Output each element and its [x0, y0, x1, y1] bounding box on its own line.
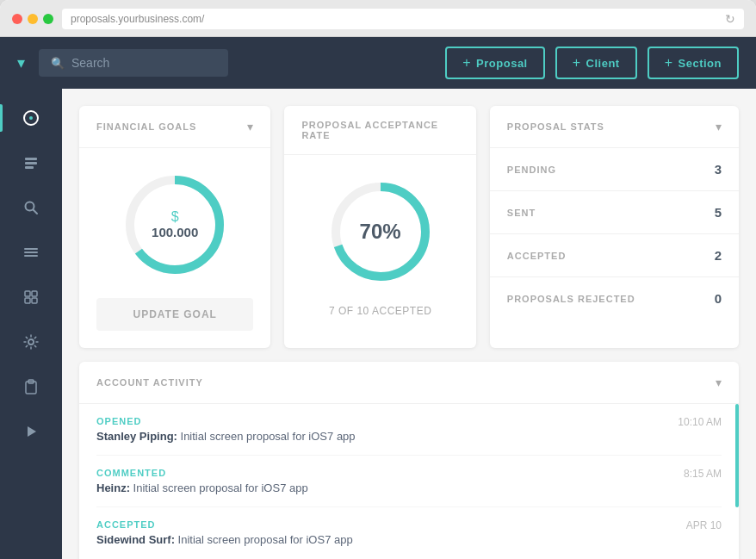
svg-point-1: [29, 116, 33, 120]
top-nav: ▾ 🔍 Search + Proposal + Client + Section: [0, 37, 756, 89]
svg-line-6: [34, 210, 38, 214]
svg-rect-3: [25, 162, 37, 165]
activity-desc-accepted: Initial screen proposal for iOS7 app: [175, 533, 353, 546]
dollar-icon: $: [152, 209, 198, 225]
account-activity-header: ACCOUNT ACTIVITY ▾: [79, 362, 739, 404]
sidebar: [0, 89, 62, 559]
activity-author-accepted: Sidewind Surf:: [96, 533, 175, 546]
activity-text-opened: Stanley Piping: Initial screen proposal …: [96, 430, 722, 443]
svg-rect-2: [25, 158, 37, 160]
play-icon: [22, 423, 40, 440]
proposal-stats-header: PROPOSAL STATS ▾: [490, 106, 739, 148]
reload-icon[interactable]: ↻: [725, 12, 735, 26]
list-icon: [22, 244, 40, 261]
financial-goals-title: FINANCIAL GOALS: [96, 121, 196, 132]
plus-icon: +: [573, 55, 581, 71]
stat-value-accepted: 2: [715, 248, 722, 263]
update-goal-button[interactable]: UPDATE GOAL: [96, 298, 253, 331]
stat-value-rejected: 0: [715, 291, 722, 306]
svg-rect-13: [32, 298, 37, 303]
sidebar-item-clipboard[interactable]: [0, 366, 62, 407]
sidebar-item-dashboard[interactable]: [0, 97, 62, 139]
nav-buttons: + Proposal + Client + Section: [445, 47, 739, 79]
proposal-acceptance-body: 70% 7 OF 10 ACCEPTED: [284, 155, 475, 334]
activity-time-commented: 8:15 AM: [684, 468, 722, 480]
maximize-dot[interactable]: [43, 14, 53, 24]
activity-list: OPENED Stanley Piping: Initial screen pr…: [79, 404, 739, 559]
proposal-btn-label: Proposal: [476, 57, 528, 70]
proposal-acceptance-card: PROPOSAL ACCEPTANCE RATE 70%: [284, 106, 475, 348]
financial-goals-header: FINANCIAL GOALS ▾: [79, 106, 270, 148]
activity-text-commented: Heinz: Initial screen proposal for iOS7 …: [96, 481, 722, 494]
stat-value-sent: 5: [715, 205, 722, 220]
account-activity-card: ACCOUNT ACTIVITY ▾ OPENED Stanley Piping…: [79, 362, 739, 559]
acceptance-donut-center: 70%: [360, 220, 401, 244]
activity-bar: [735, 404, 739, 507]
stat-label-accepted: ACCEPTED: [507, 251, 567, 261]
sidebar-item-search[interactable]: [0, 187, 62, 228]
svg-rect-10: [25, 291, 30, 296]
financial-donut: $ 100.000: [119, 169, 231, 281]
activity-time-opened: 10:10 AM: [678, 416, 722, 428]
svg-rect-12: [25, 298, 30, 303]
svg-point-14: [28, 339, 34, 345]
sidebar-item-settings[interactable]: [0, 321, 62, 363]
svg-rect-11: [32, 291, 37, 296]
financial-donut-center: $ 100.000: [152, 209, 198, 240]
proposal-acceptance-header: PROPOSAL ACCEPTANCE RATE: [284, 106, 475, 155]
financial-value: 100.000: [152, 225, 198, 239]
activity-tag-commented: COMMENTED: [96, 468, 722, 478]
stat-label-rejected: PROPOSALS REJECTED: [507, 294, 635, 304]
add-client-button[interactable]: + Client: [555, 47, 637, 79]
proposal-acceptance-title: PROPOSAL ACCEPTANCE RATE: [301, 120, 458, 140]
stats-list: PENDING 3 SENT 5 ACCEPTED 2: [490, 148, 739, 320]
activity-tag-accepted: ACCEPTED: [96, 519, 722, 530]
address-bar[interactable]: proposals.yourbusiness.com/ ↻: [62, 9, 744, 29]
proposal-stats-chevron[interactable]: ▾: [716, 120, 722, 134]
documents-icon: [22, 154, 40, 171]
add-section-button[interactable]: + Section: [648, 47, 739, 79]
plus-icon: +: [665, 55, 673, 71]
client-btn-label: Client: [586, 57, 620, 70]
sidebar-item-list[interactable]: [0, 232, 62, 273]
search-box: 🔍 Search: [39, 49, 228, 77]
activity-author-commented: Heinz:: [96, 481, 130, 494]
stat-label-pending: PENDING: [507, 165, 556, 175]
nav-chevron-icon[interactable]: ▾: [17, 53, 25, 72]
sidebar-item-play[interactable]: [0, 411, 62, 452]
svg-marker-17: [28, 426, 36, 437]
financial-goals-chevron[interactable]: ▾: [247, 120, 253, 134]
cards-row: FINANCIAL GOALS ▾ $: [79, 106, 739, 348]
section-btn-label: Section: [679, 57, 722, 70]
settings-icon: [22, 333, 40, 351]
acceptance-donut: 70%: [325, 176, 437, 288]
stat-row-pending: PENDING 3: [490, 148, 739, 191]
svg-rect-4: [25, 166, 34, 169]
proposal-stats-title: PROPOSAL STATS: [507, 121, 604, 132]
main-content: FINANCIAL GOALS ▾ $: [62, 89, 756, 559]
sidebar-item-add[interactable]: [0, 276, 62, 318]
search-icon: 🔍: [51, 57, 65, 70]
activity-author-opened: Stanley Piping:: [96, 430, 177, 443]
add-proposal-button[interactable]: + Proposal: [445, 47, 544, 79]
minimize-dot[interactable]: [28, 14, 38, 24]
dashboard-icon: [22, 109, 40, 127]
activity-tag-opened: OPENED: [96, 416, 722, 426]
svg-rect-7: [24, 248, 38, 250]
plus-icon: +: [462, 55, 471, 71]
activity-desc-opened: Initial screen proposal for iOS7 app: [177, 430, 356, 443]
proposal-stats-card: PROPOSAL STATS ▾ PENDING 3 SENT 5: [490, 106, 739, 348]
sidebar-item-documents[interactable]: [0, 142, 62, 183]
activity-desc-commented: Initial screen proposal for iOS7 app: [130, 481, 308, 494]
activity-item-commented: COMMENTED Heinz: Initial screen proposal…: [96, 456, 722, 507]
search-input[interactable]: Search: [71, 56, 109, 70]
account-activity-title: ACCOUNT ACTIVITY: [96, 377, 203, 388]
close-dot[interactable]: [12, 14, 22, 24]
browser-chrome: proposals.yourbusiness.com/ ↻: [0, 0, 756, 37]
activity-time-accepted: APR 10: [686, 519, 722, 531]
financial-goals-card: FINANCIAL GOALS ▾ $: [79, 106, 270, 348]
stat-row-accepted: ACCEPTED 2: [490, 234, 739, 277]
stat-label-sent: SENT: [507, 208, 536, 218]
stat-row-rejected: PROPOSALS REJECTED 0: [490, 277, 739, 320]
account-activity-chevron[interactable]: ▾: [716, 376, 722, 389]
